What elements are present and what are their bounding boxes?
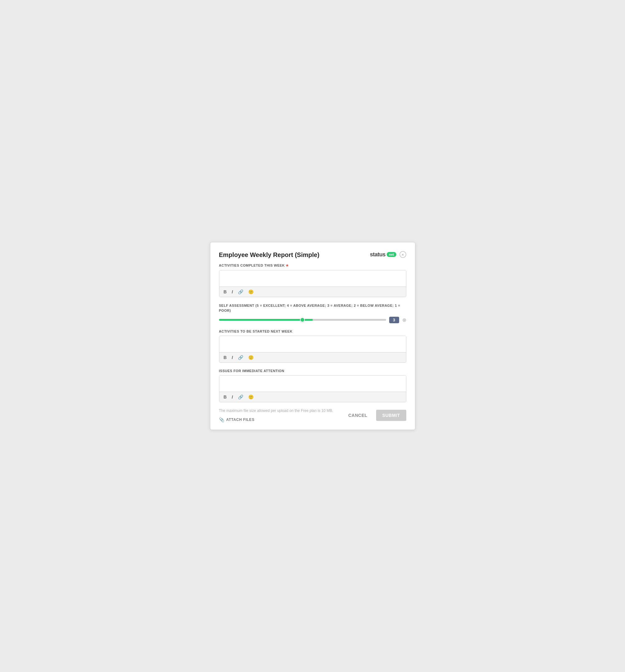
- link-icon-2: 🔗: [238, 355, 243, 360]
- cancel-button[interactable]: CANCEL: [344, 410, 371, 420]
- issues-editor: B I 🔗 🙂: [219, 375, 406, 402]
- activities-completed-input[interactable]: [219, 270, 406, 287]
- slider-value-badge: 3: [389, 317, 399, 323]
- editor-toolbar-2: B I 🔗 🙂: [219, 352, 406, 362]
- link-icon-1: 🔗: [238, 289, 243, 294]
- brand-badge: net: [387, 252, 396, 257]
- required-indicator: ★: [286, 264, 289, 267]
- submit-button[interactable]: SUBMIT: [376, 410, 406, 421]
- bold-button-2[interactable]: B: [222, 354, 228, 361]
- italic-button-2[interactable]: I: [231, 354, 234, 361]
- activities-next-week-editor: B I 🔗 🙂: [219, 336, 406, 363]
- link-icon-3: 🔗: [238, 394, 243, 400]
- activities-next-week-label: ACTIVITIES TO BE STARTED NEXT WEEK: [219, 330, 406, 333]
- form-footer: The maximum file size allowed per upload…: [219, 408, 406, 422]
- clear-icon: ⊗: [402, 317, 406, 323]
- paperclip-icon: 📎: [219, 417, 224, 422]
- brand-text: status: [370, 251, 385, 258]
- italic-button-1[interactable]: I: [231, 289, 234, 295]
- activities-completed-label: ACTIVITIES COMPLETED THIS WEEK★: [219, 264, 406, 268]
- editor-toolbar-3: B I 🔗 🙂: [219, 392, 406, 402]
- self-assessment-slider[interactable]: [219, 319, 386, 321]
- issues-section: ISSUES FOR IMMEDIATE ATTENTION B I 🔗 🙂: [219, 369, 406, 402]
- footer-left: The maximum file size allowed per upload…: [219, 408, 334, 422]
- self-assessment-section: SELF ASSESSMENT (5 = EXCELLENT; 4 = ABOV…: [219, 303, 406, 323]
- activities-next-week-section: ACTIVITIES TO BE STARTED NEXT WEEK B I 🔗…: [219, 330, 406, 363]
- slider-clear-button[interactable]: ⊗: [402, 317, 406, 323]
- emoji-button-1[interactable]: 🙂: [247, 289, 255, 295]
- modal-dialog: Employee Weekly Report (Simple) status n…: [210, 242, 415, 430]
- editor-toolbar-1: B I 🔗 🙂: [219, 287, 406, 297]
- modal-title: Employee Weekly Report (Simple): [219, 251, 319, 259]
- activities-next-week-input[interactable]: [219, 336, 406, 352]
- attach-files-label: ATTACH FILES: [226, 417, 255, 422]
- bold-button-1[interactable]: B: [222, 289, 228, 295]
- modal-header: Employee Weekly Report (Simple) status n…: [219, 251, 406, 259]
- close-icon: ×: [402, 253, 404, 257]
- italic-button-3[interactable]: I: [231, 394, 234, 400]
- link-button-1[interactable]: 🔗: [237, 289, 244, 295]
- emoji-button-2[interactable]: 🙂: [247, 354, 255, 361]
- issues-label: ISSUES FOR IMMEDIATE ATTENTION: [219, 369, 406, 373]
- page-background: Employee Weekly Report (Simple) status n…: [0, 0, 625, 672]
- link-button-3[interactable]: 🔗: [237, 394, 244, 400]
- file-info-text: The maximum file size allowed per upload…: [219, 408, 334, 413]
- footer-action-buttons: CANCEL SUBMIT: [344, 410, 406, 421]
- emoji-button-3[interactable]: 🙂: [247, 394, 255, 400]
- emoji-icon-1: 🙂: [248, 289, 254, 294]
- self-assessment-label: SELF ASSESSMENT (5 = EXCELLENT; 4 = ABOV…: [219, 303, 406, 313]
- emoji-icon-3: 🙂: [248, 394, 254, 400]
- attach-files-button[interactable]: 📎 ATTACH FILES: [219, 417, 255, 422]
- issues-input[interactable]: [219, 376, 406, 392]
- bold-button-3[interactable]: B: [222, 394, 228, 400]
- link-button-2[interactable]: 🔗: [237, 354, 244, 361]
- slider-row: 3 ⊗: [219, 317, 406, 323]
- activities-completed-section: ACTIVITIES COMPLETED THIS WEEK★ B I 🔗 🙂: [219, 264, 406, 297]
- header-right: status net ×: [370, 251, 406, 258]
- close-button[interactable]: ×: [400, 251, 406, 258]
- brand-logo: status net: [370, 251, 396, 258]
- emoji-icon-2: 🙂: [248, 355, 254, 360]
- activities-completed-editor: B I 🔗 🙂: [219, 270, 406, 297]
